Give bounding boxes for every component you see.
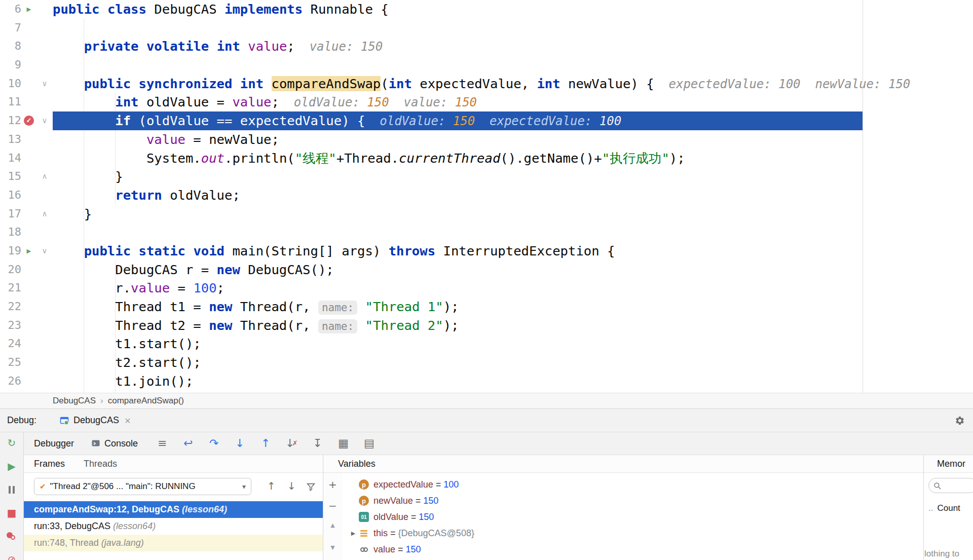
code-text[interactable] xyxy=(53,56,973,74)
panels-header: Frames Threads Variables Memor xyxy=(24,455,973,473)
variable-name: oldValue xyxy=(373,512,408,522)
frame-row[interactable]: run:748, Thread (java.lang) xyxy=(24,535,323,551)
run-icon[interactable]: ▶ xyxy=(21,242,36,260)
view-breakpoints-button[interactable] xyxy=(6,531,17,542)
view-options-button[interactable]: ▤ xyxy=(363,437,375,450)
variable-row[interactable]: pexpectedValue = 100 xyxy=(343,476,923,493)
tab-frames[interactable]: Frames xyxy=(34,455,65,473)
code-text[interactable]: t1.join(); xyxy=(53,372,973,391)
resume-program-button[interactable]: ▶ xyxy=(6,461,17,472)
tab-console[interactable]: Console xyxy=(91,438,138,449)
step-into-button[interactable]: ↓ xyxy=(234,437,246,450)
right-margin-guide xyxy=(863,0,863,393)
code-text[interactable] xyxy=(53,223,973,242)
code-text[interactable]: private volatile int value; value: 150 xyxy=(53,37,973,56)
rerun-debug-button[interactable]: ↻ xyxy=(6,437,17,449)
restore-layout-button[interactable]: ≡ xyxy=(156,437,168,450)
filter-icon[interactable] xyxy=(307,481,315,494)
frame-row[interactable]: compareAndSwap:12, DebugCAS (lesson64) xyxy=(24,501,323,518)
remove-watch-button[interactable]: − xyxy=(327,500,339,511)
code-text[interactable]: DebugCAS r = new DebugCAS(); xyxy=(53,260,973,279)
code-editor[interactable]: 6▶public class DebugCAS implements Runna… xyxy=(0,0,973,393)
variable-row[interactable]: pnewValue = 150 xyxy=(343,493,923,509)
gutter: 23 xyxy=(0,316,53,335)
local-icon: 01 xyxy=(359,512,369,522)
code-text[interactable]: public synchronized int compareAndSwap(i… xyxy=(53,74,973,93)
drop-frame-button[interactable]: ↓✗ xyxy=(285,437,297,450)
tab-debugcas[interactable]: DebugCAS × xyxy=(55,409,136,432)
equals-sign: = xyxy=(413,496,424,506)
variable-value: {DebugCAS@508} xyxy=(398,528,474,539)
step-over-button[interactable]: ↷ xyxy=(208,437,220,450)
variable-name: expectedValue xyxy=(373,479,433,490)
code-text[interactable]: System.out.println("线程"+Thread.currentTh… xyxy=(53,149,973,168)
tab-debugger[interactable]: Debugger xyxy=(34,438,74,449)
next-frame-button[interactable]: ↓ xyxy=(287,480,296,492)
code-text[interactable]: Thread t2 = new Thread(r, name: "Thread … xyxy=(53,316,973,335)
fold-icon[interactable]: ∧ xyxy=(36,167,53,186)
code-text[interactable]: public static void main(String[] args) t… xyxy=(53,242,973,260)
code-text[interactable]: } xyxy=(53,167,973,186)
code-text[interactable]: int oldValue = value; oldValue: 150 valu… xyxy=(53,93,973,111)
breadcrumb-class[interactable]: DebugCAS xyxy=(53,396,96,406)
gutter: 9 xyxy=(0,56,53,74)
code-text[interactable]: return oldValue; xyxy=(53,186,973,205)
code-text[interactable] xyxy=(53,19,973,38)
breadcrumb-method[interactable]: compareAndSwap() xyxy=(108,396,184,406)
field-icon xyxy=(359,544,369,554)
code-line: 11 int oldValue = value; oldValue: 150 v… xyxy=(0,93,973,111)
show-execution-point-button[interactable]: ↩ xyxy=(182,437,194,450)
run-to-cursor-button[interactable]: ↧ xyxy=(311,437,323,450)
memory-count-column[interactable]: Count xyxy=(937,503,960,513)
code-text[interactable]: public class DebugCAS implements Runnabl… xyxy=(53,0,973,19)
variable-row[interactable]: ▶this = {DebugCAS@508} xyxy=(343,525,923,541)
code-text[interactable]: t2.start(); xyxy=(53,353,973,372)
variable-name: newValue xyxy=(373,496,413,506)
thread-selector-dropdown[interactable]: ✔ "Thread 2"@506 ... "main": RUNNING ▾ xyxy=(34,478,251,495)
evaluate-expression-button[interactable]: ▦ xyxy=(337,437,349,450)
gutter: 7 xyxy=(0,19,53,38)
step-out-button[interactable]: ↑ xyxy=(259,437,272,450)
code-text[interactable]: value = newValue; xyxy=(53,130,973,149)
gutter: 18 xyxy=(0,223,53,242)
line-number: 24 xyxy=(0,334,21,353)
fold-icon[interactable]: ∨ xyxy=(36,242,53,260)
settings-gear-icon[interactable] xyxy=(955,416,965,426)
line-number: 26 xyxy=(0,372,21,391)
fold-icon[interactable]: ∧ xyxy=(36,205,53,223)
code-line: 16 return oldValue; xyxy=(0,186,973,205)
code-text[interactable]: } xyxy=(53,205,973,223)
debug-side-toolbar: ↻▶■⊘ xyxy=(0,432,24,560)
tab-threads[interactable]: Threads xyxy=(84,455,117,473)
gutter: 6▶ xyxy=(0,0,53,19)
fold-icon[interactable]: ∨ xyxy=(36,111,53,130)
run-icon[interactable]: ▶ xyxy=(21,0,36,19)
gutter: 26 xyxy=(0,372,53,391)
frame-row[interactable]: run:33, DebugCAS (lesson64) xyxy=(24,518,323,535)
code-text[interactable]: t1.start(); xyxy=(53,334,973,353)
variable-row[interactable]: value = 150 xyxy=(343,541,923,557)
breakpoint-icon[interactable]: ✓ xyxy=(24,116,34,126)
fold-icon[interactable]: ∨ xyxy=(36,74,53,93)
scroll-down-button[interactable]: ▼ xyxy=(327,542,339,553)
code-text[interactable]: Thread t1 = new Thread(r, name: "Thread … xyxy=(53,297,973,316)
code-line: 19▶∨ public static void main(String[] ar… xyxy=(0,242,973,260)
code-text[interactable]: if (oldValue == expectedValue) { oldValu… xyxy=(53,111,973,130)
line-number: 14 xyxy=(0,149,21,168)
expand-arrow-icon[interactable]: ▶ xyxy=(348,530,359,537)
code-text[interactable]: r.value = 100; xyxy=(53,279,973,297)
mute-breakpoints-button[interactable]: ⊘ xyxy=(6,554,17,560)
pause-program-button[interactable] xyxy=(6,484,17,495)
gutter: 15∧ xyxy=(0,167,53,186)
debug-actions: ≡↩↷↓↑↓✗↧▦▤ xyxy=(156,437,375,450)
parameter-icon: p xyxy=(359,479,369,490)
stop-program-button[interactable]: ■ xyxy=(6,507,17,518)
debug-toolbar: Debugger Console ≡↩↷↓↑↓✗↧▦▤ xyxy=(24,432,973,455)
previous-frame-button[interactable]: ↑ xyxy=(267,480,276,492)
scroll-up-button[interactable]: ▲ xyxy=(327,519,339,531)
memory-search-input[interactable] xyxy=(928,478,973,493)
add-watch-button[interactable]: + xyxy=(327,479,339,490)
close-icon[interactable]: × xyxy=(125,416,131,426)
panel-divider xyxy=(323,455,323,560)
variable-row[interactable]: 01oldValue = 150 xyxy=(343,509,923,525)
